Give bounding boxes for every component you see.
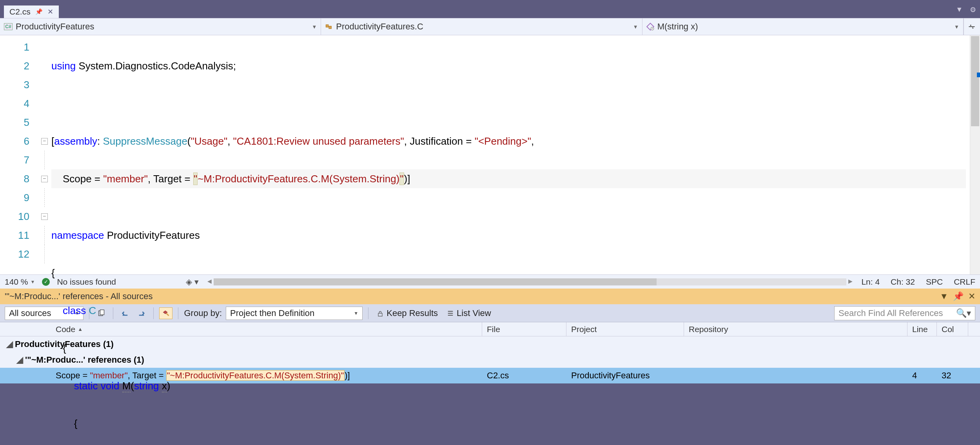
close-tab-icon[interactable]: ✕ [47,7,53,16]
namespace-label: ProductivityFeatures [16,22,94,32]
svg-rect-1 [329,26,331,29]
split-view-button[interactable] [964,18,980,35]
collapse-icon[interactable]: ◢ [6,339,13,349]
settings-gear-icon[interactable]: ⚙ [970,5,976,14]
fold-toggle[interactable]: − [41,176,48,182]
navigation-bar: C# ProductivityFeatures ▼ ProductivityFe… [0,18,980,35]
code-content[interactable]: using System.Diagnostics.CodeAnalysis; [… [51,35,970,274]
horizontal-scrollbar[interactable]: ◀ ▶ [214,278,847,285]
chevron-down-icon: ▼ [954,24,959,30]
csharp-icon: C# [4,23,13,30]
scrollbar-thumb[interactable] [214,278,657,285]
member-label: M(string x) [657,22,698,32]
svg-rect-0 [326,25,328,27]
window-menu-icon[interactable]: ▼ [956,5,963,14]
document-tab[interactable]: C2.cs 📌 ✕ [4,5,59,18]
pin-icon[interactable]: 📌 [35,8,43,15]
code-editor[interactable]: 1 2 3 4 5 6 7 8 9 10 11 12 − − − using S… [0,35,980,274]
scrollbar-thumb[interactable] [971,36,979,126]
line-number-gutter: 1 2 3 4 5 6 7 8 9 10 11 12 [0,35,37,274]
namespace-dropdown[interactable]: C# ProductivityFeatures ▼ [0,18,321,35]
title-bar: C2.cs 📌 ✕ ▼ ⚙ [0,0,980,18]
split-icon [968,23,976,31]
minimap-selection-marker [977,73,980,77]
class-label: ProductivityFeatures.C [336,22,423,32]
check-icon: ✓ [42,278,50,286]
tab-filename: C2.cs [9,7,31,16]
fold-gutter: − − − [37,35,51,274]
zoom-dropdown[interactable]: 140 %▼ [5,277,35,287]
collapse-icon[interactable]: ◢ [16,355,23,365]
fold-toggle[interactable]: − [41,138,48,145]
class-icon [325,23,333,31]
chevron-down-icon: ▼ [312,24,317,30]
chevron-down-icon: ▼ [633,24,638,30]
vertical-scrollbar[interactable] [970,35,980,274]
method-icon [646,23,654,31]
fold-toggle[interactable]: − [41,213,48,220]
member-dropdown[interactable]: M(string x) ▼ [642,18,964,35]
class-dropdown[interactable]: ProductivityFeatures.C ▼ [321,18,642,35]
